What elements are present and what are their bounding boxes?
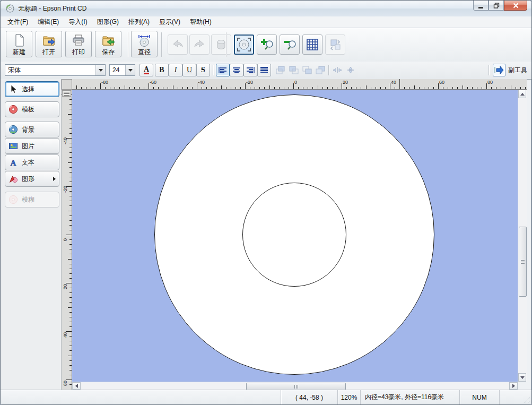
- ruler-tick: [149, 83, 149, 89]
- menu-help[interactable]: 帮助(H): [185, 16, 216, 28]
- font-family-dropdown-icon[interactable]: [95, 65, 105, 75]
- sidebar-item-label: 背景: [22, 125, 34, 134]
- ruler-tick: [69, 133, 72, 134]
- ruler-tick: [66, 283, 72, 283]
- ruler-tick: [158, 87, 159, 89]
- background-cd-icon: [8, 125, 18, 134]
- save-button[interactable]: 保存: [95, 31, 121, 57]
- open-button[interactable]: 打开: [36, 31, 62, 57]
- sidebar-item-image[interactable]: 图片: [5, 138, 59, 154]
- font-color-button[interactable]: A: [139, 64, 153, 76]
- ruler-tick: [269, 85, 270, 89]
- menu-import[interactable]: 导入(I): [64, 16, 92, 28]
- menu-graphic[interactable]: 图形(G): [92, 16, 124, 28]
- ruler-tick: [463, 85, 463, 89]
- undo-button: [168, 35, 188, 55]
- ruler-tick: [69, 326, 72, 327]
- font-size-dropdown-icon[interactable]: [125, 65, 135, 75]
- ruler-tick: [69, 177, 72, 177]
- underline-button[interactable]: U: [182, 64, 196, 76]
- ruler-tick: [139, 87, 139, 89]
- guide-handle[interactable]: [62, 90, 71, 97]
- ruler-tick: [105, 87, 106, 89]
- ruler-label: 40: [63, 332, 68, 338]
- toolbar-separator: [489, 65, 489, 75]
- menu-edit[interactable]: 编辑(E): [33, 16, 64, 28]
- bold-button[interactable]: B: [155, 64, 169, 76]
- horizontal-scroll-thumb[interactable]: [246, 383, 346, 390]
- sidebar-item-label: 文本: [22, 158, 34, 167]
- ruler-tick: [69, 143, 72, 143]
- sidebar-item-template[interactable]: 模板: [5, 101, 59, 117]
- font-size-select[interactable]: 24: [109, 64, 135, 76]
- sidebar-item-label: 选择: [22, 85, 34, 94]
- subtool-button[interactable]: 副工具: [493, 64, 527, 76]
- fit-view-button[interactable]: [234, 35, 254, 55]
- vertical-scrollbar[interactable]: [518, 90, 527, 382]
- cursor-icon: [8, 84, 18, 94]
- ruler-tick: [100, 83, 101, 89]
- resize-grip[interactable]: [523, 396, 530, 403]
- scroll-right-button[interactable]: [509, 382, 518, 390]
- ruler-tick: [443, 87, 443, 89]
- sidebar-item-text[interactable]: A 文本: [5, 154, 59, 170]
- sidebar-item-shape[interactable]: 图形: [5, 171, 59, 187]
- layout-button: [325, 35, 345, 55]
- svg-text:A: A: [11, 159, 16, 167]
- align-justify-button[interactable]: [257, 64, 271, 76]
- minimize-icon: [478, 7, 483, 8]
- horizontal-scrollbar[interactable]: [72, 382, 518, 390]
- zoom-in-button[interactable]: [257, 35, 277, 55]
- vertical-scroll-thumb[interactable]: [519, 227, 527, 297]
- ruler-tick: [216, 87, 216, 89]
- align-right-button[interactable]: [243, 64, 257, 76]
- align-center-button[interactable]: [230, 64, 243, 76]
- close-button[interactable]: [504, 1, 527, 11]
- menu-view[interactable]: 显示(V): [154, 16, 185, 28]
- ruler-tick: [516, 87, 516, 89]
- align-right-icon: [246, 66, 255, 74]
- menu-arrange[interactable]: 排列(A): [124, 16, 154, 28]
- restore-button[interactable]: [489, 1, 504, 11]
- ruler-tick: [69, 172, 72, 173]
- design-canvas[interactable]: [72, 90, 518, 382]
- ruler-label: 20: [343, 80, 348, 85]
- ruler-tick: [68, 259, 72, 260]
- image-icon: [8, 141, 18, 151]
- ruler-tick: [192, 87, 193, 89]
- status-spacer: [1, 390, 281, 404]
- ruler-tick: [69, 99, 72, 100]
- minimize-button[interactable]: [473, 1, 489, 11]
- font-family-select[interactable]: 宋体: [5, 64, 106, 76]
- tool-sidebar: 选择 模板 背景 图片: [1, 79, 62, 390]
- zoom-in-icon: [259, 37, 274, 52]
- ruler-tick: [69, 269, 72, 269]
- sidebar-item-select[interactable]: 选择: [5, 81, 59, 97]
- sidebar-item-background[interactable]: 背景: [5, 122, 59, 137]
- menu-file[interactable]: 文件(F): [3, 16, 33, 28]
- ruler-tick: [129, 87, 130, 89]
- ruler-tick: [68, 356, 72, 356]
- strikethrough-button[interactable]: S: [196, 64, 210, 76]
- cd-inner-circle[interactable]: [242, 183, 346, 287]
- new-button[interactable]: 新建: [6, 31, 32, 57]
- grid-button[interactable]: [302, 35, 322, 55]
- menu-bar: 文件(F) 编辑(E) 导入(I) 图形(G) 排列(A) 显示(V) 帮助(H…: [1, 16, 531, 28]
- grid-icon: [306, 38, 319, 51]
- align-left-button[interactable]: [216, 64, 230, 76]
- zoom-out-button[interactable]: [280, 35, 300, 55]
- italic-button[interactable]: I: [169, 64, 182, 76]
- print-button[interactable]: 打印: [65, 31, 92, 57]
- diameter-button[interactable]: 直径: [131, 31, 158, 57]
- ruler-tick: [69, 288, 72, 288]
- ruler-tick: [395, 87, 395, 89]
- window-title: 无标题 - Epson Print CD: [18, 4, 86, 13]
- ruler-tick: [303, 87, 303, 89]
- folder-open-icon: [42, 33, 56, 47]
- scroll-down-button[interactable]: [518, 373, 526, 382]
- sidebar-item-label: 模板: [22, 105, 34, 114]
- ruler-tick: [376, 87, 376, 89]
- scroll-left-button[interactable]: [72, 382, 81, 390]
- ruler-label: 60: [63, 381, 68, 386]
- scroll-up-button[interactable]: [518, 90, 526, 98]
